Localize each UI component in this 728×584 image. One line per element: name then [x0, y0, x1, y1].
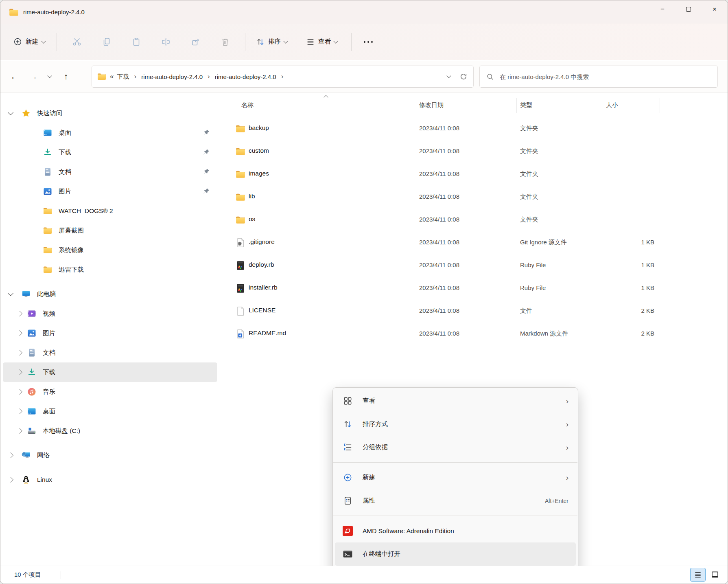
breadcrumb-bar[interactable]: « 下载 › rime-auto-deploy-2.4.0 › rime-aut…: [92, 66, 474, 88]
menu-item-label: 分组依据: [363, 443, 388, 452]
file-row-backup[interactable]: backup 2023/4/11 0:08 文件夹: [223, 117, 724, 140]
sort-arrows-icon: [256, 37, 265, 46]
forward-button[interactable]: →: [25, 68, 42, 85]
chevron-right-icon[interactable]: [17, 369, 22, 375]
folder-icon: [235, 169, 246, 180]
sidebar-group-label: 网络: [37, 451, 50, 460]
breadcrumb-item[interactable]: rime-auto-deploy-2.4.0: [138, 71, 206, 83]
column-divider[interactable]: [602, 98, 602, 113]
view-button[interactable]: 查看: [300, 33, 343, 50]
menu-item-sort-by[interactable]: 排序方式 ›: [335, 413, 576, 436]
sidebar-group-linux[interactable]: Linux: [3, 470, 217, 490]
sidebar-item-watch-dogs[interactable]: WATCH_DOGS® 2: [3, 201, 217, 221]
file-row-license[interactable]: LICENSE 2023/4/11 0:08 文件 2 KB: [223, 300, 724, 323]
search-box[interactable]: [479, 66, 718, 88]
minimize-button[interactable]: −: [649, 0, 676, 18]
delete-button[interactable]: [210, 31, 240, 53]
file-row-lib[interactable]: lib 2023/4/11 0:08 文件夹: [223, 186, 724, 209]
file-row-gitignore[interactable]: .gitignore 2023/4/11 0:08 Git Ignore 源文件…: [223, 231, 724, 254]
cut-button[interactable]: [62, 31, 92, 53]
file-row-os[interactable]: os 2023/4/11 0:08 文件夹: [223, 209, 724, 231]
column-header-size[interactable]: 大小: [606, 101, 618, 109]
sidebar-item-pictures-pc[interactable]: 图片: [3, 323, 217, 343]
refresh-button[interactable]: [456, 68, 471, 85]
sidebar-item-desktop-pc[interactable]: 桌面: [3, 402, 217, 421]
sidebar-item-videos[interactable]: 视频: [3, 304, 217, 323]
chevron-down-icon[interactable]: [8, 109, 13, 115]
sidebar-item-system-images[interactable]: 系统镜像: [3, 240, 217, 260]
close-button[interactable]: ×: [702, 0, 728, 18]
copy-button[interactable]: [92, 31, 121, 53]
column-header-name[interactable]: 名称: [241, 101, 254, 109]
recent-locations-button[interactable]: [44, 68, 56, 85]
up-button[interactable]: ↑: [57, 68, 74, 85]
menu-item-amd-software[interactable]: AMD Software: Adrenalin Edition: [335, 519, 576, 542]
sidebar-group-this-pc[interactable]: 此电脑: [3, 284, 217, 304]
column-divider[interactable]: [516, 98, 517, 113]
chevron-down-icon[interactable]: [8, 290, 13, 296]
breadcrumb-item[interactable]: 下载: [114, 70, 132, 83]
sidebar-item-music[interactable]: 音乐: [3, 382, 217, 402]
search-icon: [486, 73, 494, 81]
file-name: README.md: [249, 329, 286, 337]
file-date: 2023/4/11 0:08: [419, 261, 459, 268]
rename-button[interactable]: [151, 31, 181, 53]
chevron-right-icon[interactable]: ›: [206, 72, 212, 81]
more-dots-icon: [364, 41, 365, 43]
menu-item-view[interactable]: 查看 ›: [335, 389, 576, 413]
sidebar-group-network[interactable]: 网络: [3, 446, 217, 465]
sidebar-item-label: 音乐: [43, 388, 55, 396]
maximize-button[interactable]: [676, 0, 702, 18]
sidebar-group-quick-access[interactable]: 快速访问: [3, 103, 217, 123]
details-view-toggle[interactable]: [690, 568, 706, 582]
breadcrumb-collapsed-icon[interactable]: «: [110, 72, 114, 81]
file-row-readme-md[interactable]: README.md 2023/4/11 0:08 Markdown 源文件 2 …: [223, 323, 724, 345]
share-button[interactable]: [181, 31, 210, 53]
column-header-date[interactable]: 修改日期: [419, 101, 444, 109]
sort-button[interactable]: 排序: [250, 33, 293, 50]
chevron-right-icon[interactable]: [17, 311, 22, 316]
sidebar-item-pictures[interactable]: 图片: [3, 182, 217, 201]
sidebar-item-local-disk-c[interactable]: 本地磁盘 (C:): [3, 421, 217, 441]
chevron-right-icon[interactable]: [17, 330, 22, 336]
sidebar-item-label: 系统镜像: [59, 246, 84, 255]
file-row-custom[interactable]: custom 2023/4/11 0:08 文件夹: [223, 140, 724, 163]
chevron-right-icon[interactable]: ›: [280, 72, 285, 81]
back-button[interactable]: ←: [6, 68, 23, 85]
menu-item-group-by[interactable]: 分组依据 ›: [335, 436, 576, 459]
sidebar-item-thunder-downloads[interactable]: 迅雷下载: [3, 260, 217, 279]
chevron-right-icon[interactable]: [17, 408, 22, 414]
chevron-right-icon[interactable]: [17, 350, 22, 356]
thumbnail-view-toggle[interactable]: [707, 568, 723, 582]
column-divider[interactable]: [414, 98, 414, 113]
chevron-right-icon[interactable]: [8, 452, 13, 458]
chevron-right-icon[interactable]: ›: [132, 72, 138, 81]
download-icon: [26, 367, 37, 378]
column-header-type[interactable]: 类型: [520, 101, 532, 109]
menu-item-properties[interactable]: 属性 Alt+Enter: [335, 489, 576, 512]
paste-button[interactable]: [121, 31, 151, 53]
breadcrumb-item[interactable]: rime-auto-deploy-2.4.0: [212, 71, 280, 83]
file-row-installer-rb[interactable]: installer.rb 2023/4/11 0:08 Ruby File 1 …: [223, 277, 724, 300]
sidebar-item-documents[interactable]: 文档: [3, 162, 217, 182]
search-input[interactable]: [499, 73, 717, 81]
sidebar-group-label: 快速访问: [37, 109, 62, 118]
chevron-right-icon[interactable]: [8, 477, 13, 483]
sidebar-item-documents-pc[interactable]: 文档: [3, 343, 217, 362]
sidebar-item-downloads[interactable]: 下载: [3, 143, 217, 162]
new-button[interactable]: 新建: [7, 33, 52, 50]
share-icon: [191, 37, 201, 47]
file-row-deploy-rb[interactable]: deploy.rb 2023/4/11 0:08 Ruby File 1 KB: [223, 254, 724, 277]
paste-icon: [131, 37, 141, 47]
sidebar-item-downloads-pc[interactable]: 下载: [3, 362, 217, 382]
sidebar-item-screenshots[interactable]: 屏幕截图: [3, 221, 217, 240]
more-options-button[interactable]: [356, 41, 380, 43]
chevron-right-icon[interactable]: [17, 389, 22, 395]
sidebar-item-desktop[interactable]: 桌面: [3, 123, 217, 143]
address-dropdown-button[interactable]: [442, 68, 456, 85]
menu-item-new[interactable]: 新建 ›: [335, 466, 576, 489]
column-divider[interactable]: [660, 98, 660, 113]
chevron-right-icon[interactable]: [17, 428, 22, 434]
menu-item-open-in-terminal[interactable]: 在终端中打开: [335, 542, 576, 566]
file-row-images[interactable]: images 2023/4/11 0:08 文件夹: [223, 163, 724, 186]
